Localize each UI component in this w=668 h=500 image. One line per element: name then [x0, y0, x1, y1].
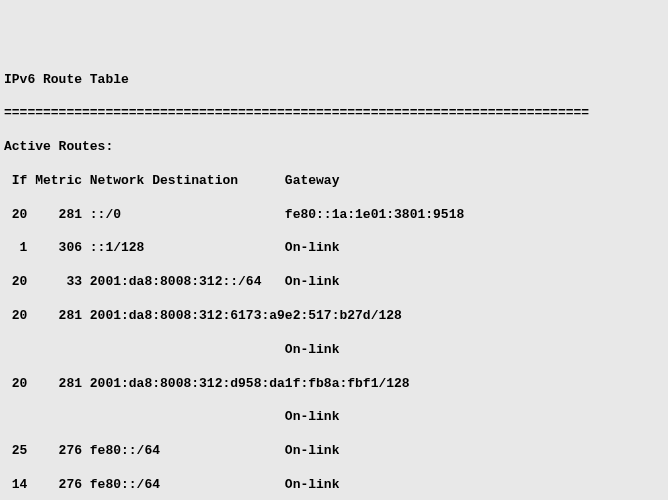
active-routes-header: Active Routes: [4, 139, 664, 156]
route-row: 14 276 fe80::/64 On-link [4, 477, 664, 494]
divider-top: ========================================… [4, 105, 664, 122]
route-row: On-link [4, 409, 664, 426]
route-row: 25 276 fe80::/64 On-link [4, 443, 664, 460]
route-row: 1 306 ::1/128 On-link [4, 240, 664, 257]
route-row: 20 281 2001:da8:8008:312:6173:a9e2:517:b… [4, 308, 664, 325]
route-row: 20 33 2001:da8:8008:312::/64 On-link [4, 274, 664, 291]
title: IPv6 Route Table [4, 72, 664, 89]
route-row: On-link [4, 342, 664, 359]
route-row: 20 281 2001:da8:8008:312:d958:da1f:fb8a:… [4, 376, 664, 393]
column-header: If Metric Network Destination Gateway [4, 173, 664, 190]
route-row: 20 281 ::/0 fe80::1a:1e01:3801:9518 [4, 207, 664, 224]
